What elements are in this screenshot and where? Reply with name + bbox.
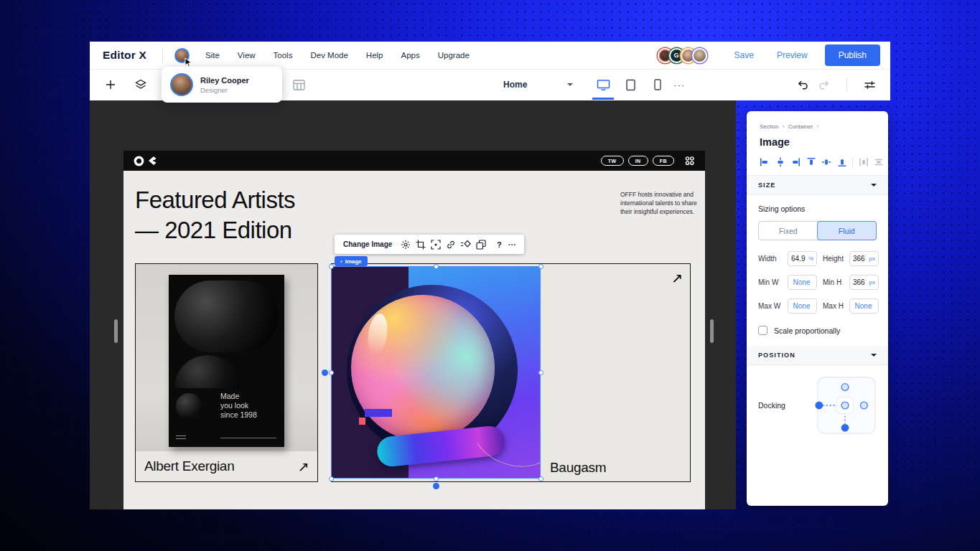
resize-handle-w[interactable] bbox=[329, 370, 334, 375]
width-input[interactable]: 64.9% bbox=[788, 251, 817, 266]
resize-handle-nw[interactable] bbox=[329, 264, 334, 269]
focal-point-button[interactable] bbox=[428, 237, 443, 252]
page-heading[interactable]: Featured Artists — 2021 Edition bbox=[135, 185, 295, 245]
align-bottom-icon[interactable] bbox=[837, 157, 847, 167]
publish-button[interactable]: Publish bbox=[825, 44, 880, 66]
social-link-in[interactable]: IN bbox=[628, 156, 648, 166]
dock-left-active[interactable] bbox=[815, 402, 823, 410]
docking-widget[interactable] bbox=[813, 375, 877, 435]
align-right-icon[interactable] bbox=[790, 157, 801, 167]
resize-handle-se[interactable] bbox=[538, 476, 543, 481]
grid-layout-button[interactable] bbox=[288, 74, 309, 95]
menu-item-help[interactable]: Help bbox=[366, 51, 383, 60]
site-navbar[interactable]: TW IN FB bbox=[123, 151, 705, 171]
menu-item-upgrade[interactable]: Upgrade bbox=[438, 51, 470, 60]
user-name: Riley Cooper bbox=[200, 76, 249, 85]
add-element-button[interactable] bbox=[100, 74, 121, 95]
preview-button[interactable]: Preview bbox=[777, 50, 808, 60]
social-link-tw[interactable]: TW bbox=[601, 156, 624, 166]
max-height-label: Max H bbox=[820, 302, 846, 310]
max-width-input[interactable]: None bbox=[788, 298, 817, 314]
deco-rect-indigo bbox=[365, 409, 392, 417]
align-left-icon[interactable] bbox=[760, 157, 770, 167]
tag-chevron: ‹ bbox=[340, 258, 342, 265]
breakpoint-desktop-button[interactable] bbox=[592, 70, 615, 100]
collaborator-avatar[interactable] bbox=[692, 48, 707, 63]
settings-button[interactable] bbox=[398, 237, 413, 252]
save-button[interactable]: Save bbox=[734, 50, 754, 60]
dock-center[interactable] bbox=[841, 402, 849, 409]
page-selector[interactable]: Home bbox=[503, 80, 573, 90]
user-role: Designer bbox=[200, 86, 249, 94]
user-avatar[interactable] bbox=[174, 48, 190, 63]
scale-proportionally-label: Scale proportionally bbox=[774, 326, 840, 335]
menu-dots-icon[interactable] bbox=[684, 156, 695, 166]
undo-button[interactable] bbox=[792, 74, 813, 95]
dock-bottom-active[interactable] bbox=[841, 424, 849, 432]
external-arrow-icon[interactable]: ↗ bbox=[671, 270, 683, 286]
crop-button[interactable] bbox=[413, 237, 428, 252]
resize-handle-s[interactable] bbox=[434, 476, 439, 481]
poster-footer-logo bbox=[176, 435, 186, 439]
image-context-toolbar: Change Image bbox=[335, 235, 524, 254]
redo-button[interactable] bbox=[813, 74, 835, 95]
link-button[interactable] bbox=[443, 237, 458, 252]
menu-item-site[interactable]: Site bbox=[205, 51, 220, 60]
breakpoint-tablet-button[interactable] bbox=[619, 70, 642, 100]
animation-button[interactable] bbox=[458, 237, 473, 252]
page-resize-handle-right[interactable] bbox=[710, 319, 714, 343]
dock-indicator-left[interactable] bbox=[322, 369, 328, 376]
breakpoint-mobile-button[interactable] bbox=[646, 70, 669, 100]
heading-line-2: — 2021 Edition bbox=[135, 215, 295, 245]
size-section-header[interactable]: SIZE bbox=[747, 176, 888, 195]
menu-item-devmode[interactable]: Dev Mode bbox=[310, 51, 347, 60]
height-input[interactable]: 366px bbox=[849, 251, 879, 266]
scale-proportionally-checkbox[interactable] bbox=[758, 326, 767, 335]
breadcrumb-container[interactable]: Container bbox=[788, 123, 813, 130]
artist-name-baugasm: Baugasm bbox=[550, 460, 606, 476]
distribute-vertical-icon[interactable] bbox=[859, 157, 869, 167]
social-link-fb[interactable]: FB bbox=[653, 156, 674, 166]
external-arrow-icon[interactable]: ↗ bbox=[297, 458, 309, 475]
match-size-icon[interactable] bbox=[874, 157, 884, 167]
max-height-input[interactable]: None bbox=[849, 298, 879, 314]
poster-footer-line bbox=[220, 438, 276, 438]
artist-card-albert[interactable]: Made you look since 1998 Albert Exergian… bbox=[135, 263, 318, 482]
menu-bar: Editor X Site View Tools Dev Mode Help A… bbox=[90, 42, 890, 70]
heading-line-1: Featured Artists bbox=[135, 185, 295, 215]
align-top-icon[interactable] bbox=[806, 157, 816, 167]
resize-handle-sw[interactable] bbox=[329, 476, 334, 481]
avatar bbox=[170, 73, 193, 96]
align-middle-vertical-icon[interactable] bbox=[821, 157, 831, 167]
more-options-button[interactable]: ··· bbox=[505, 240, 518, 249]
site-page[interactable]: TW IN FB Featured Artists — 2021 Edition… bbox=[123, 151, 705, 509]
layers-button[interactable] bbox=[130, 74, 151, 95]
help-button[interactable]: ? bbox=[493, 240, 505, 249]
resize-handle-n[interactable] bbox=[434, 264, 439, 269]
selected-element-tag[interactable]: ‹ Image bbox=[335, 256, 368, 266]
page-resize-handle-left[interactable] bbox=[114, 319, 118, 343]
toggle-inspector-button[interactable] bbox=[859, 74, 880, 95]
more-breakpoints-button[interactable]: ··· bbox=[673, 80, 685, 90]
min-width-input[interactable]: None bbox=[788, 275, 817, 290]
align-center-horizontal-icon[interactable] bbox=[775, 157, 785, 167]
page-description[interactable]: OFFF hosts innovative and international … bbox=[620, 191, 702, 217]
resize-handle-e[interactable] bbox=[538, 370, 543, 375]
duplicate-button[interactable] bbox=[473, 237, 488, 252]
dock-right[interactable] bbox=[861, 402, 868, 409]
sizing-mode-fixed[interactable]: Fixed bbox=[759, 222, 818, 240]
sizing-mode-fluid[interactable]: Fluid bbox=[817, 221, 877, 240]
menu-item-tools[interactable]: Tools bbox=[274, 51, 293, 60]
dock-top[interactable] bbox=[841, 384, 849, 391]
position-section-header[interactable]: POSITION bbox=[747, 346, 888, 365]
menu-item-view[interactable]: View bbox=[238, 51, 256, 60]
selected-image-helmet[interactable] bbox=[331, 266, 541, 479]
menu-item-apps[interactable]: Apps bbox=[401, 51, 420, 60]
chevron-right-icon: › bbox=[816, 123, 818, 130]
change-image-button[interactable]: Change Image bbox=[343, 240, 392, 248]
avatar-initial: G bbox=[674, 52, 679, 59]
resize-handle-ne[interactable] bbox=[538, 264, 543, 269]
min-height-input[interactable]: 366px bbox=[849, 275, 879, 290]
breadcrumb-section[interactable]: Section bbox=[760, 123, 779, 130]
dock-indicator-bottom[interactable] bbox=[433, 483, 439, 489]
